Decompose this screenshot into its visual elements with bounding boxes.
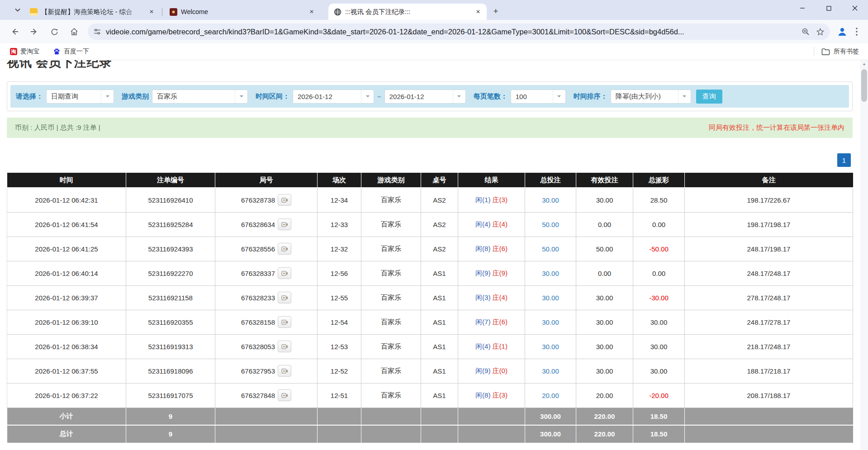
- maximize-button[interactable]: [816, 0, 842, 16]
- browser-tab-forum[interactable]: 【新提醒】海燕策略论坛 - 综合 ✕: [24, 4, 160, 20]
- page-number-button[interactable]: 1: [837, 153, 851, 167]
- toolbar-right: [835, 24, 863, 39]
- total-valid-bet: 220.00: [576, 425, 633, 443]
- replay-video-icon: [281, 393, 288, 398]
- close-tab-icon[interactable]: ✕: [474, 8, 482, 16]
- replay-video-button[interactable]: [278, 243, 291, 255]
- summary-notice: 同局有效投注，统一计算在该局第一张注单内: [709, 123, 844, 132]
- replay-video-button[interactable]: [278, 365, 291, 377]
- browser-tab-welcome[interactable]: Welcome ✕: [164, 4, 320, 20]
- address-bar[interactable]: videoie.com/game/betrecord_search/kind3?…: [88, 24, 830, 40]
- profile-avatar[interactable]: [835, 24, 850, 39]
- close-tab-icon[interactable]: ✕: [147, 8, 156, 16]
- round-no: 676328233: [241, 294, 275, 302]
- back-button[interactable]: [6, 24, 23, 40]
- globe-icon: [334, 8, 342, 16]
- filter-panel: 请选择： 日期查询 游戏类别 百家乐 时间区间： 2026-01-12 ~ 20…: [7, 81, 853, 111]
- game-cell: 百家乐: [361, 212, 421, 237]
- replay-video-button[interactable]: [278, 218, 291, 230]
- query-type-dropdown[interactable]: 日期查询: [46, 90, 114, 104]
- sort-dropdown[interactable]: 降幂(由大到小): [611, 90, 691, 104]
- scrollbar-thumb[interactable]: [861, 69, 867, 102]
- close-tab-icon[interactable]: ✕: [308, 8, 316, 16]
- bookmark-taobao[interactable]: 淘 爱淘宝: [6, 46, 43, 57]
- replay-video-icon: [281, 222, 288, 227]
- scrollbar-up-icon[interactable]: ▲: [860, 60, 868, 68]
- table-no-cell: AS1: [421, 334, 458, 359]
- total-total-bet: 300.00: [525, 425, 576, 443]
- table-no-cell: AS2: [421, 212, 458, 237]
- col-time: 时间: [7, 173, 126, 188]
- total-bet-link[interactable]: 30.00: [542, 294, 559, 302]
- time-cell: 2026-01-12 06:42:31: [7, 188, 126, 212]
- replay-video-button[interactable]: [278, 341, 291, 352]
- window-controls: [789, 0, 868, 16]
- date-start-dropdown[interactable]: 2026-01-12: [293, 90, 374, 104]
- total-bet-link[interactable]: 50.00: [542, 245, 559, 253]
- total-label: 总计: [7, 425, 126, 443]
- game-cell: 百家乐: [361, 383, 421, 407]
- home-button[interactable]: [66, 24, 82, 40]
- dropdown-value: 100: [511, 93, 553, 100]
- home-icon: [70, 27, 79, 36]
- dropdown-value: 降幂(由大到小): [611, 92, 678, 101]
- browser-tab-betrecord[interactable]: :::视讯 会员下注纪录::: ✕: [328, 4, 487, 20]
- site-settings-icon[interactable]: [93, 28, 101, 36]
- url-text[interactable]: videoie.com/game/betrecord_search/kind3?…: [106, 28, 797, 36]
- round-no: 676328053: [241, 343, 275, 351]
- tab-search-button[interactable]: [11, 3, 24, 17]
- page-size-dropdown[interactable]: 100: [511, 90, 566, 104]
- three-dot-icon: [856, 28, 858, 36]
- tab-divider: [162, 8, 162, 16]
- col-session: 场次: [318, 173, 361, 188]
- table-row: 2026-01-12 06:39:10 523116920355 6763281…: [7, 310, 853, 334]
- dropdown-arrow-icon: [235, 90, 247, 103]
- replay-video-button[interactable]: [278, 292, 291, 303]
- total-bet-link[interactable]: 30.00: [542, 367, 559, 375]
- bet-no-cell: 523116926410: [126, 188, 215, 212]
- total-bet-link[interactable]: 30.00: [542, 196, 559, 204]
- page-scrollbar[interactable]: ▲: [860, 60, 868, 450]
- all-bookmarks-button[interactable]: 所有书签: [819, 46, 862, 57]
- zoom-icon[interactable]: [802, 28, 810, 36]
- table-row: 2026-01-12 06:37:55 523116918096 6763279…: [7, 359, 853, 383]
- reload-button[interactable]: [46, 24, 62, 40]
- search-button[interactable]: 查询: [696, 90, 722, 104]
- new-tab-button[interactable]: +: [489, 5, 502, 18]
- bookmark-star-icon[interactable]: [816, 28, 825, 36]
- all-bookmarks-label: 所有书签: [834, 47, 859, 56]
- browser-menu-button[interactable]: [850, 24, 863, 39]
- total-bet-link[interactable]: 30.00: [542, 270, 559, 277]
- replay-video-button[interactable]: [278, 389, 291, 401]
- minimize-button[interactable]: [789, 0, 816, 16]
- round-no: 676328738: [241, 196, 275, 204]
- back-arrow-icon: [10, 27, 19, 36]
- result-player: 闲(4): [475, 342, 490, 350]
- date-end-dropdown[interactable]: 2026-01-12: [384, 90, 466, 104]
- replay-video-button[interactable]: [278, 194, 291, 206]
- forward-button[interactable]: [26, 24, 43, 40]
- note-cell: 198.17/226.67: [685, 188, 853, 212]
- replay-video-icon: [281, 270, 288, 276]
- replay-video-button[interactable]: [278, 267, 291, 279]
- total-bet-link[interactable]: 20.00: [542, 392, 559, 399]
- note-cell: 248.17/248.17: [685, 261, 853, 285]
- close-window-button[interactable]: [842, 0, 868, 16]
- total-bet-link[interactable]: 30.00: [542, 343, 559, 351]
- table-no-cell: AS1: [421, 261, 458, 285]
- result-player: 闲(1): [475, 196, 490, 204]
- round-no: 676328158: [241, 318, 275, 326]
- result-banker: 庄(1): [493, 342, 508, 350]
- table-row: 2026-01-12 06:39:37 523116921158 6763282…: [7, 285, 853, 310]
- note-cell: 248.17/278.17: [685, 310, 853, 334]
- game-category-dropdown[interactable]: 百家乐: [152, 90, 248, 104]
- bookmark-baidu[interactable]: 百度一下: [49, 46, 93, 57]
- table-row: 2026-01-12 06:41:25 523116924393 6763285…: [7, 237, 853, 261]
- replay-video-button[interactable]: [278, 316, 291, 328]
- taobao-icon: 淘: [10, 48, 17, 55]
- game-category-label: 游戏类别: [122, 92, 149, 101]
- total-bet-link[interactable]: 50.00: [542, 221, 559, 228]
- replay-video-icon: [281, 197, 288, 203]
- total-bet-link[interactable]: 30.00: [542, 318, 559, 326]
- valid-bet-cell: 0.00: [576, 212, 633, 237]
